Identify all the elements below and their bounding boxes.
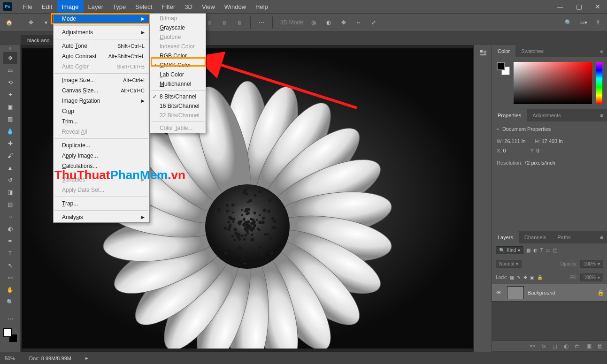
menu-select[interactable]: Select [131, 0, 157, 13]
menu-item-mode[interactable]: Mode▶ [54, 14, 149, 24]
visibility-icon[interactable]: 👁 [495, 289, 503, 296]
menu-file[interactable]: File [18, 0, 37, 13]
filter-pixel-icon[interactable]: ▦ [526, 248, 530, 253]
pen-tool[interactable]: ✒ [3, 235, 17, 247]
menu-item-crop[interactable]: Crop [54, 106, 149, 116]
mode3d-orbit-icon[interactable]: ◎ [307, 16, 320, 29]
filter-shape-icon[interactable]: ▭ [546, 248, 550, 253]
doc-size[interactable]: Doc: 8.99M/8.99M [29, 356, 71, 361]
tab-paths[interactable]: Paths [552, 231, 576, 243]
layer-style-icon[interactable]: fx [539, 343, 548, 349]
filter-adjust-icon[interactable]: ◐ [533, 248, 538, 253]
workspace-icon[interactable]: ▭▾ [577, 16, 589, 29]
close-button[interactable]: ✕ [588, 0, 607, 13]
blend-mode-select[interactable]: Normal ▾ [496, 260, 522, 268]
frame-tool[interactable]: ▧ [3, 113, 17, 125]
history-tool[interactable]: ↺ [3, 174, 17, 186]
filter-smart-icon[interactable]: ◫ [553, 248, 557, 253]
status-arrow-icon[interactable]: ▸ [85, 355, 88, 361]
home-icon[interactable]: 🏠 [3, 16, 15, 29]
eyedropper-tool[interactable]: 💧 [3, 125, 17, 137]
hue-strip[interactable] [596, 62, 602, 104]
menu-item-auto-contrast[interactable]: Auto ContrastAlt+Shift+Ctrl+L [54, 51, 149, 61]
menu-help[interactable]: Help [251, 0, 273, 13]
maximize-button[interactable]: ▢ [569, 0, 588, 13]
menu-item-trim-[interactable]: Trim... [54, 116, 149, 127]
mode3d-slide-icon[interactable]: ↔ [353, 16, 365, 29]
menu-item-image-rotation[interactable]: Image Rotation▶ [54, 96, 149, 106]
tab-channels[interactable]: Channels [519, 231, 552, 243]
menu-item-canvas-size-[interactable]: Canvas Size...Alt+Ctrl+C [54, 85, 149, 96]
menu-item-apply-image-[interactable]: Apply Image... [54, 151, 149, 161]
tab-swatches[interactable]: Swatches [515, 45, 549, 57]
new-layer-icon[interactable]: ▣ [584, 343, 593, 349]
crop-tool[interactable]: ▣ [3, 101, 17, 113]
distribute-space-icon[interactable]: ⫼ [233, 16, 246, 29]
menu-item-cmyk-color[interactable]: ✓CMYK Color [150, 61, 206, 70]
menu-item-auto-tone[interactable]: Auto ToneShift+Ctrl+L [54, 41, 149, 51]
path-tool[interactable]: ↖ [3, 259, 17, 272]
zoom-level[interactable]: 50% [5, 356, 15, 361]
zoom-tool[interactable]: 🔍 [3, 296, 17, 308]
panel-menu-icon[interactable]: ≡ [596, 48, 607, 54]
menu-item-image-size-[interactable]: Image Size...Alt+Ctrl+I [54, 75, 149, 85]
menu-item-analysis[interactable]: Analysis▶ [54, 212, 149, 222]
share-icon[interactable]: ⇪ [592, 16, 604, 29]
marquee-tool[interactable]: ▭ [3, 64, 17, 76]
layer-kind-select[interactable]: 🔍 Kind ▾ [496, 246, 523, 254]
layer-row[interactable]: 👁 Background 🔒 [492, 284, 607, 302]
menu-item-lab-color[interactable]: Lab Color [150, 70, 206, 79]
opacity-input[interactable]: 100% ▾ [580, 260, 603, 268]
mode3d-pan-icon[interactable]: ✥ [338, 16, 350, 29]
wand-tool[interactable]: ✦ [3, 89, 17, 101]
edit-toolbar-icon[interactable]: ⋯ [3, 313, 17, 325]
mode3d-zoom-icon[interactable]: ⤢ [368, 16, 380, 29]
eraser-tool[interactable]: ◨ [3, 186, 17, 198]
tab-adjustments[interactable]: Adjustments [527, 109, 567, 121]
menu-3d[interactable]: 3D [180, 0, 197, 13]
document-tab[interactable]: black-and- [21, 35, 58, 45]
minimize-button[interactable]: — [551, 0, 569, 13]
menu-item-calculations-[interactable]: Calculations... [54, 161, 149, 171]
heal-tool[interactable]: ✚ [3, 137, 17, 150]
menu-window[interactable]: Window [220, 0, 251, 13]
lock-position-icon[interactable]: ✥ [523, 275, 527, 280]
menu-view[interactable]: View [197, 0, 220, 13]
menu-filter[interactable]: Filter [157, 0, 180, 13]
tab-properties[interactable]: Properties [492, 109, 527, 121]
distribute-v-icon[interactable]: ⫼ [218, 16, 231, 29]
menu-layer[interactable]: Layer [84, 0, 108, 13]
panel-menu-icon[interactable]: ≡ [596, 112, 607, 119]
move-tool[interactable]: ✥ [3, 52, 17, 64]
lock-all-icon[interactable]: 🔒 [537, 275, 543, 280]
menu-image[interactable]: Image [57, 0, 83, 13]
hand-tool[interactable]: ✋ [3, 284, 17, 296]
layer-mask-icon[interactable]: ◻ [551, 343, 559, 349]
search-icon[interactable]: 🔍 [562, 16, 574, 29]
menu-item-trap-[interactable]: Trap... [54, 198, 149, 209]
link-layers-icon[interactable]: ⚯ [528, 343, 537, 349]
menu-type[interactable]: Type [108, 0, 131, 13]
gradient-tool[interactable]: ▤ [3, 198, 17, 211]
tool-move-icon[interactable]: ✥ [25, 16, 37, 29]
foreground-background-swatch[interactable] [497, 62, 510, 75]
brush-tool[interactable]: 🖌 [3, 150, 17, 162]
menu-item-duplicate-[interactable]: Duplicate... [54, 140, 149, 151]
menu-edit[interactable]: Edit [37, 0, 57, 13]
menu-item-multichannel[interactable]: Multichannel [150, 79, 206, 89]
stamp-tool[interactable]: ▲ [3, 162, 17, 174]
more-align-icon[interactable]: ⋯ [255, 16, 268, 29]
color-field[interactable] [514, 62, 592, 104]
menu-item-rgb-color[interactable]: RGB Color [150, 51, 206, 61]
fill-input[interactable]: 100% ▾ [580, 273, 603, 281]
group-icon[interactable]: 🗀 [573, 343, 582, 349]
filter-type-icon[interactable]: T [540, 248, 543, 253]
dropdown-icon[interactable]: ▾ [40, 16, 52, 29]
panel-menu-icon[interactable]: ≡ [596, 234, 607, 241]
lasso-tool[interactable]: ⟲ [3, 76, 17, 89]
color-swatches[interactable] [3, 328, 17, 342]
mode3d-roll-icon[interactable]: ◐ [323, 16, 335, 29]
dodge-tool[interactable]: ◐ [3, 223, 17, 235]
tools-grip[interactable]: ⠿ [6, 47, 15, 51]
lock-paint-icon[interactable]: ✎ [517, 275, 521, 280]
